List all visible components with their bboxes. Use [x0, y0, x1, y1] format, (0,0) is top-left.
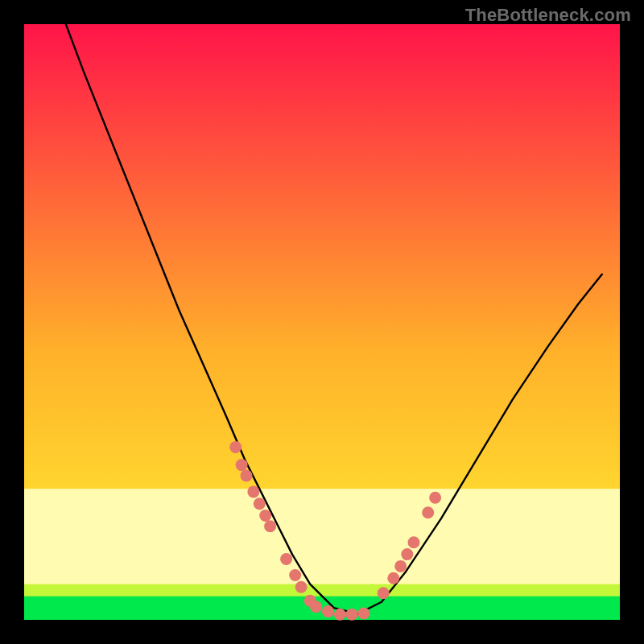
data-point	[241, 469, 253, 481]
data-point	[322, 605, 334, 617]
data-point	[378, 587, 390, 599]
data-point	[295, 581, 308, 593]
data-point	[334, 609, 346, 621]
data-point	[247, 485, 259, 497]
data-point	[346, 609, 358, 621]
plot-area	[24, 24, 620, 621]
data-point	[229, 441, 242, 453]
data-point	[236, 459, 248, 471]
data-point	[408, 536, 420, 548]
chart-svg	[0, 0, 644, 644]
data-point	[289, 569, 301, 581]
chart-canvas: TheBottleneck.com	[0, 0, 644, 644]
data-point	[394, 560, 407, 572]
band-yellow-green	[24, 584, 620, 597]
data-point	[429, 492, 441, 504]
data-point	[264, 520, 276, 532]
data-point	[422, 506, 434, 518]
watermark-text: TheBottleneck.com	[465, 5, 631, 26]
data-point	[280, 553, 292, 565]
data-point	[310, 601, 322, 613]
data-point	[357, 607, 369, 619]
data-point	[259, 510, 271, 522]
data-point	[401, 548, 413, 560]
band-green	[24, 596, 620, 620]
data-point	[254, 497, 266, 510]
band-pale-yellow	[24, 489, 620, 584]
data-point	[387, 572, 399, 584]
